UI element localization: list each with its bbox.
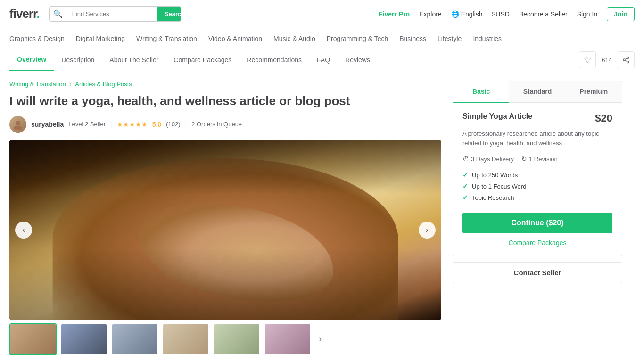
fiverr-pro-link[interactable]: Fiverr Pro [379, 10, 410, 18]
svg-line-3 [625, 60, 627, 62]
thumbnail-1[interactable] [9, 323, 57, 355]
review-count: (102) [166, 121, 180, 128]
svg-point-5 [16, 121, 21, 126]
feature-3: ✓ Topic Research [462, 192, 612, 203]
nav-video-animation[interactable]: Video & Animation [208, 35, 262, 42]
header: fiverr. 🔍 Search Fiverr Pro Explore 🌐 En… [0, 0, 644, 28]
pricing-tab-basic[interactable]: Basic [453, 81, 509, 103]
tab-faq[interactable]: FAQ [309, 49, 338, 70]
sign-in-link[interactable]: Sign In [577, 10, 598, 18]
clock-icon: ⏱ [462, 155, 469, 163]
tabs-actions: ♡ 614 [579, 51, 635, 68]
logo-text: fiverr [9, 7, 37, 21]
nav-digital-marketing[interactable]: Digital Marketing [76, 35, 125, 42]
avatar-placeholder [12, 119, 24, 130]
continue-button[interactable]: Continue ($20) [462, 213, 612, 233]
thumbnail-3[interactable] [111, 323, 158, 355]
breadcrumb-parent[interactable]: Writing & Translation [9, 81, 66, 88]
nav-writing-translation[interactable]: Writing & Translation [136, 35, 197, 42]
svg-point-2 [627, 61, 629, 63]
tab-about-seller[interactable]: About The Seller [102, 49, 166, 70]
feature-2-label: Up to 1 Focus Word [472, 183, 526, 190]
svg-point-0 [627, 57, 629, 58]
nav-business[interactable]: Business [399, 35, 426, 42]
divider-1: | [110, 121, 112, 128]
carousel-next-button[interactable]: › [419, 222, 436, 239]
compare-packages-link[interactable]: Compare Packages [462, 239, 612, 247]
tab-recommendations[interactable]: Recommendations [239, 49, 309, 70]
favorite-count: 614 [602, 57, 612, 64]
search-input[interactable] [66, 7, 157, 21]
star-rating-stars: ★★★★★ [117, 121, 148, 128]
delivery-info: ⏱ 3 Days Delivery [462, 155, 514, 163]
search-button[interactable]: Search [157, 7, 181, 21]
feature-1-label: Up to 250 Words [472, 172, 518, 179]
avatar-image [9, 116, 26, 133]
pricing-tab-premium[interactable]: Premium [566, 81, 622, 103]
feature-3-label: Topic Research [472, 194, 514, 201]
nav-lifestyle[interactable]: Lifestyle [438, 35, 462, 42]
package-features: ✓ Up to 250 Words ✓ Up to 1 Focus Word ✓… [462, 169, 612, 203]
thumbnail-4[interactable] [162, 323, 209, 355]
package-description: A professionally researched article abou… [462, 129, 612, 148]
tab-description[interactable]: Description [54, 49, 102, 70]
revision-icon: ↻ [521, 155, 527, 163]
logo[interactable]: fiverr. [9, 7, 40, 21]
thumbnail-2[interactable] [60, 323, 107, 355]
nav-industries[interactable]: Industries [473, 35, 502, 42]
tab-reviews[interactable]: Reviews [338, 49, 378, 70]
thumbnail-strip: › [9, 323, 441, 355]
search-bar: 🔍 Search [49, 6, 181, 22]
thumbnail-6[interactable] [264, 323, 311, 355]
join-button[interactable]: Join [607, 7, 635, 21]
breadcrumb-child[interactable]: Articles & Blog Posts [75, 81, 132, 88]
pricing-panel: Basic Standard Premium Simple Yoga Artic… [453, 81, 622, 355]
feature-1: ✓ Up to 250 Words [462, 169, 612, 181]
seller-row: suryabella Level 2 Seller | ★★★★★ 5.0 (1… [9, 116, 441, 133]
feature-2: ✓ Up to 1 Focus Word [462, 181, 612, 192]
star-rating-value: 5.0 [152, 121, 161, 128]
check-icon-1: ✓ [462, 171, 468, 179]
globe-icon: 🌐 [451, 10, 459, 18]
tab-compare-packages[interactable]: Compare Packages [166, 49, 239, 70]
check-icon-2: ✓ [462, 182, 468, 190]
delivery-text: 3 Days Delivery [471, 156, 514, 163]
thumbnail-5[interactable] [213, 323, 260, 355]
svg-point-6 [14, 125, 22, 130]
svg-point-1 [623, 59, 625, 61]
currency-selector[interactable]: $USD [492, 10, 510, 18]
gig-title: I will write a yoga, health, and wellnes… [9, 93, 441, 109]
svg-line-4 [625, 58, 627, 59]
language-label: English [461, 10, 483, 18]
pricing-tab-standard[interactable]: Standard [509, 81, 565, 103]
package-meta: ⏱ 3 Days Delivery ↻ 1 Revision [462, 155, 612, 163]
thumbnails-next-button[interactable]: › [315, 334, 325, 344]
category-nav: Graphics & Design Digital Marketing Writ… [0, 28, 644, 49]
divider-2: | [185, 121, 187, 128]
contact-seller-button[interactable]: Contact Seller [453, 262, 622, 283]
main-content: Writing & Translation › Articles & Blog … [0, 71, 632, 355]
check-icon-3: ✓ [462, 194, 468, 201]
explore-link[interactable]: Explore [419, 10, 441, 18]
share-icon [622, 56, 630, 64]
seller-level: Level 2 Seller [68, 121, 106, 128]
pricing-card: Basic Standard Premium Simple Yoga Artic… [453, 81, 622, 256]
tab-overview[interactable]: Overview [9, 49, 54, 71]
search-icon: 🔍 [50, 9, 66, 18]
carousel-main-image [9, 140, 441, 320]
nav-graphics-design[interactable]: Graphics & Design [9, 35, 65, 42]
package-name: Simple Yoga Article [462, 112, 532, 121]
become-seller-link[interactable]: Become a Seller [519, 10, 568, 18]
nav-music-audio[interactable]: Music & Audio [273, 35, 315, 42]
seller-name[interactable]: suryabella [31, 121, 64, 128]
pricing-body: Simple Yoga Article $20 A professionally… [453, 103, 622, 256]
nav-programming-tech[interactable]: Programming & Tech [327, 35, 388, 42]
avatar [9, 116, 26, 133]
language-selector[interactable]: 🌐 English [451, 10, 483, 18]
carousel-prev-button[interactable]: ‹ [15, 222, 32, 239]
revisions-info: ↻ 1 Revision [521, 155, 558, 163]
share-button[interactable] [618, 51, 635, 68]
breadcrumb-separator: › [69, 81, 73, 88]
favorite-button[interactable]: ♡ [579, 51, 596, 68]
revisions-text: 1 Revision [529, 156, 558, 163]
